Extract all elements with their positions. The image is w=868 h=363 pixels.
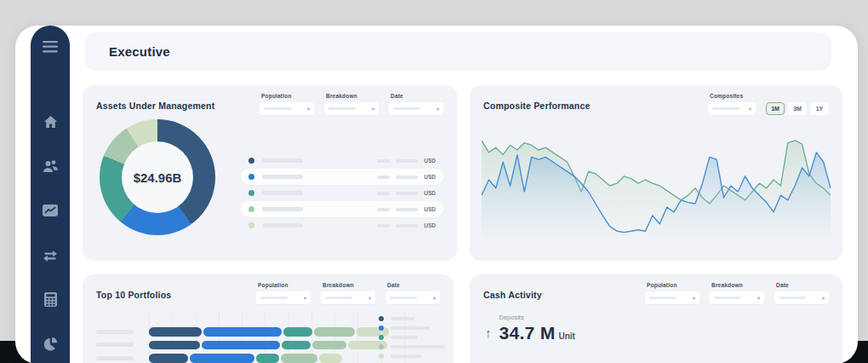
legend-dot: [248, 158, 254, 164]
legend-dot: [248, 174, 254, 180]
select-placeholder: [779, 297, 806, 300]
chevron-down-icon: ▾: [304, 296, 306, 301]
currency-label: USD: [424, 222, 436, 228]
filter-label: Breakdown: [321, 282, 375, 288]
breakdown-select[interactable]: ▾: [710, 291, 764, 304]
bar-segment: [149, 354, 188, 363]
composite-filters: Composites ▾ 1M3M1Y: [708, 93, 829, 115]
bar-segment: [281, 354, 317, 363]
date-select[interactable]: ▾: [389, 102, 443, 115]
legend-row: [379, 342, 445, 351]
aum-filters: Population ▾ Breakdown ▾ Date ▾: [260, 93, 443, 115]
aum-legend-row: USD: [241, 201, 443, 217]
legend-dot: [379, 326, 384, 331]
chevron-down-icon: ▾: [437, 107, 439, 112]
legend-dot: [248, 206, 254, 212]
population-select[interactable]: ▾: [645, 291, 700, 304]
performance-icon[interactable]: [37, 201, 63, 220]
clients-icon[interactable]: [37, 157, 63, 176]
allocation-icon[interactable]: [37, 334, 63, 353]
aum-card-title: Assets Under Management: [96, 101, 214, 111]
chevron-down-icon: ▾: [433, 296, 436, 301]
app-window: Executive Assets Under Management Popula…: [15, 26, 858, 363]
filter-label: Date: [385, 282, 440, 288]
population-select[interactable]: ▾: [256, 291, 311, 304]
chevron-down-icon: ▾: [372, 107, 374, 112]
chevron-down-icon: ▾: [368, 296, 371, 301]
select-placeholder: [714, 297, 741, 300]
legend-row: [379, 351, 445, 360]
page-header: Executive: [85, 32, 831, 70]
bar-segment: [149, 327, 202, 337]
select-placeholder: [712, 107, 740, 111]
aum-legend-row: USD: [241, 153, 443, 169]
value-placeholder: [396, 159, 418, 163]
composite-chart: [482, 119, 831, 249]
aum-total: $24.96B: [134, 170, 182, 185]
select-placeholder: [328, 107, 356, 111]
sidebar: [31, 26, 70, 363]
menu-icon[interactable]: [37, 37, 63, 56]
aum-legend-row: USD: [241, 217, 443, 233]
portfolio-row: [96, 327, 385, 337]
composite-card: Composite Performance Composites ▾ 1M3M1…: [470, 85, 842, 261]
composites-select[interactable]: ▾: [708, 102, 756, 115]
legend-placeholder: [262, 223, 303, 228]
breakdown-select[interactable]: ▾: [321, 291, 375, 304]
deposits-unit: Unit: [559, 331, 575, 341]
chevron-down-icon: ▾: [749, 107, 751, 112]
filter-population: Population ▾: [256, 282, 311, 304]
composite-card-title: Composite Performance: [483, 101, 591, 111]
filter-breakdown: Breakdown ▾: [710, 282, 764, 304]
bar-segment: [314, 327, 355, 337]
select-placeholder: [649, 297, 677, 300]
cash-filters: Population ▾ Breakdown ▾ Date ▾: [645, 282, 829, 304]
range-button-1y[interactable]: 1Y: [810, 102, 829, 115]
row-label-placeholder: [96, 343, 134, 347]
transfers-icon[interactable]: [37, 245, 63, 264]
filter-label: Composites: [708, 93, 756, 99]
currency-label: USD: [424, 174, 436, 180]
bar-segment: [283, 327, 312, 337]
deposits-value: 34.7 M: [500, 323, 556, 343]
deposits-kpi: ↑ Deposits 34.7 M Unit: [485, 314, 575, 343]
date-select[interactable]: ▾: [774, 291, 829, 304]
cash-card: Cash Activity Population ▾ Breakdown ▾ D…: [470, 274, 842, 363]
filter-date: Date ▾: [774, 282, 829, 304]
portfolio-row: [96, 354, 385, 363]
home-icon[interactable]: [37, 112, 63, 131]
currency-label: USD: [424, 206, 436, 212]
chevron-down-icon: ▾: [757, 296, 760, 301]
sidebar-items: [31, 112, 70, 363]
calculator-icon[interactable]: [37, 290, 63, 308]
legend-placeholder: [391, 336, 418, 339]
bar-segment: [202, 341, 280, 350]
bar-segment: [319, 354, 342, 363]
aum-legend-row: USD: [241, 169, 443, 185]
value-placeholder: [377, 224, 390, 228]
portfolio-row: [96, 341, 385, 350]
filter-date: Date ▾: [385, 282, 440, 304]
population-select[interactable]: ▾: [260, 102, 314, 115]
filter-population: Population ▾: [260, 93, 314, 115]
value-placeholder: [377, 208, 390, 211]
currency-label: USD: [424, 158, 436, 164]
chevron-down-icon: ▾: [307, 107, 310, 112]
range-button-1m[interactable]: 1M: [766, 102, 785, 115]
row-label-placeholder: [96, 356, 134, 360]
legend-dot: [379, 316, 384, 321]
top10-legend: [379, 314, 445, 360]
legend-placeholder: [262, 175, 303, 179]
breakdown-select[interactable]: ▾: [324, 102, 379, 115]
filter-date: Date ▾: [389, 93, 443, 115]
legend-dot: [379, 335, 384, 340]
filter-label: Breakdown: [710, 282, 764, 288]
deposits-label: Deposits: [500, 314, 575, 321]
range-button-3m[interactable]: 3M: [788, 102, 807, 115]
currency-label: USD: [424, 190, 436, 196]
filter-breakdown: Breakdown ▾: [321, 282, 375, 304]
date-select[interactable]: ▾: [385, 291, 440, 304]
filter-label: Date: [389, 93, 443, 99]
value-placeholder: [396, 208, 418, 211]
filter-composites: Composites ▾: [708, 93, 756, 115]
